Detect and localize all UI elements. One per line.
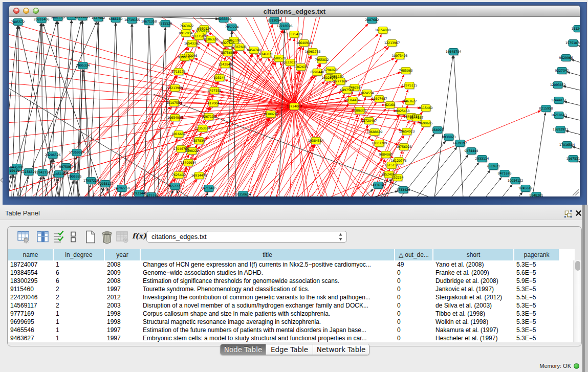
table-settings-icon[interactable]	[17, 230, 30, 244]
table-cell: 0	[395, 301, 433, 310]
table-cell: 0	[395, 318, 433, 326]
table-row[interactable]: 969969511998Structural magnetic resonanc…	[8, 318, 575, 326]
column-header[interactable]: title	[141, 249, 395, 260]
resize-grip-icon[interactable]	[572, 189, 579, 195]
svg-text:8813054: 8813054	[268, 19, 281, 23]
table-cell: 9465546	[8, 326, 54, 334]
svg-text:10107554: 10107554	[166, 101, 182, 105]
network-view-window[interactable]: citations_edges.txt 74055722069140698621…	[9, 5, 580, 196]
column-header[interactable]: name	[8, 249, 54, 260]
svg-text:8990448: 8990448	[311, 71, 324, 74]
window-titlebar[interactable]: citations_edges.txt	[9, 6, 580, 17]
memory-indicator-icon	[574, 363, 579, 369]
svg-text:8427552: 8427552	[208, 89, 222, 93]
table-row[interactable]: 977716911998Corpus callosum shape and si…	[8, 310, 575, 318]
svg-text:10958127: 10958127	[98, 182, 114, 186]
table-cell: 5.3E−5	[514, 318, 560, 326]
svg-text:8322037: 8322037	[284, 61, 297, 64]
table-cell: 1	[54, 260, 105, 269]
table-panel: Table Panel	[0, 205, 588, 372]
svg-text:18724007: 18724007	[287, 105, 302, 108]
svg-text:7663822: 7663822	[180, 25, 194, 28]
column-header[interactable]: short	[433, 249, 514, 260]
svg-text:16782759: 16782759	[114, 187, 130, 190]
table-cell: 9463627	[8, 334, 54, 342]
svg-text:62160: 62160	[385, 103, 395, 107]
trash-icon[interactable]	[101, 230, 113, 244]
tab-edge-table[interactable]: Edge Table	[266, 344, 313, 355]
new-document-icon[interactable]	[84, 230, 97, 244]
table-cell: Dudbridge et al. (2008)	[433, 277, 514, 285]
column-header[interactable]: in_degree	[54, 249, 105, 260]
table-row[interactable]: 1456911722003Disruption of a novel membe…	[8, 301, 575, 310]
row-select-icon[interactable]	[53, 230, 65, 244]
svg-text:12942737: 12942737	[35, 171, 51, 174]
rows-icon[interactable]	[67, 230, 79, 244]
table-cell: Tibbo et al. (1998)	[433, 310, 514, 318]
table-row[interactable]: 2242004622012Investigating the contribut…	[8, 293, 575, 301]
svg-text:12213969: 12213969	[167, 86, 183, 90]
table-vertical-scrollbar[interactable]	[573, 260, 582, 342]
close-panel-icon[interactable]	[575, 210, 582, 216]
column-header-label: name	[23, 251, 38, 258]
svg-text:7386372: 7386372	[353, 109, 367, 113]
table-cell: 2003	[105, 301, 141, 310]
svg-text:417004: 417004	[207, 102, 219, 105]
table-cell: 6	[54, 277, 105, 285]
float-panel-icon[interactable]	[564, 210, 572, 218]
table-cell: 5.3E−5	[514, 260, 560, 269]
table-cell: Estimation of significance thresholds fo…	[141, 277, 395, 285]
table-cell: 1998	[105, 318, 141, 326]
svg-text:16210643: 16210643	[551, 114, 567, 117]
svg-text:8454749: 8454749	[247, 49, 261, 52]
table-cell: 0	[395, 277, 433, 285]
column-header[interactable]: pagerank	[514, 249, 560, 260]
table-cell: Investigating the contribution of common…	[141, 293, 395, 301]
table-cell: 49	[395, 260, 433, 269]
column-header-label: short	[467, 251, 481, 258]
svg-text:9227342: 9227342	[555, 69, 569, 73]
svg-text:9699695: 9699695	[419, 122, 433, 125]
panel-divider[interactable]	[582, 205, 588, 372]
table-cell: Genome−wide association studies in ADHD.	[141, 269, 395, 277]
column-header[interactable]: △out_de...	[395, 249, 433, 260]
svg-text:16033809: 16033809	[216, 17, 232, 21]
svg-text:16120746: 16120746	[391, 159, 407, 163]
tab-node-table[interactable]: Node Table	[221, 344, 266, 355]
table-row[interactable]: 911546021997Tourette syndrome. Phenomeno…	[8, 285, 575, 293]
svg-text:16914479: 16914479	[191, 174, 207, 178]
tab-network-table[interactable]: Network Table	[313, 344, 369, 355]
column-header-label: in_degree	[65, 251, 92, 258]
table-selector-dropdown[interactable]: citations_edges.txt	[146, 231, 347, 243]
svg-text:17957223: 17957223	[83, 179, 99, 183]
table-cell: Structural magnetic resonance image aver…	[141, 318, 395, 326]
svg-text:10688609: 10688609	[367, 130, 383, 134]
table-cell: 5.3E−5	[514, 301, 560, 310]
table-cell: 1	[54, 310, 105, 318]
table-row[interactable]: 1938455462009Genome−wide association stu…	[8, 269, 575, 277]
column-visibility-icon[interactable]	[37, 230, 49, 244]
svg-text:164095: 164095	[431, 128, 443, 132]
function-builder-icon[interactable]: f(x)	[132, 232, 147, 245]
svg-text:20364436: 20364436	[345, 99, 361, 102]
svg-text:2087682: 2087682	[365, 18, 379, 22]
svg-text:10973493: 10973493	[392, 54, 408, 58]
table-cell: 5.3E−5	[514, 326, 560, 334]
svg-text:15409934: 15409934	[181, 161, 197, 165]
table-cell: Franke et al. (2009)	[433, 269, 514, 277]
svg-text:16154808: 16154808	[375, 29, 391, 32]
table-cell: 9777169	[8, 310, 54, 318]
scrollbar-thumb[interactable]	[575, 261, 580, 271]
column-header[interactable]: year	[105, 249, 141, 260]
network-graph-canvas[interactable]: 7405572206914069862179109653271055328715…	[9, 17, 580, 196]
table-row[interactable]: 946362711997Embryonic stem cells: a mode…	[8, 334, 575, 342]
table-row[interactable]: 946554611997Estimation of the future num…	[8, 326, 575, 334]
table-cell: 5.6E−5	[514, 269, 560, 277]
table-row[interactable]: 1830029562008Estimation of significance …	[8, 277, 575, 285]
svg-text:7405572: 7405572	[11, 20, 25, 24]
svg-text:3267110: 3267110	[202, 115, 216, 119]
table-row[interactable]: 1872400712008Changes of HCN gene express…	[8, 260, 575, 269]
svg-text:2451130: 2451130	[330, 75, 344, 79]
svg-text:3824554: 3824554	[360, 92, 374, 95]
svg-text:6466160: 6466160	[109, 17, 123, 21]
